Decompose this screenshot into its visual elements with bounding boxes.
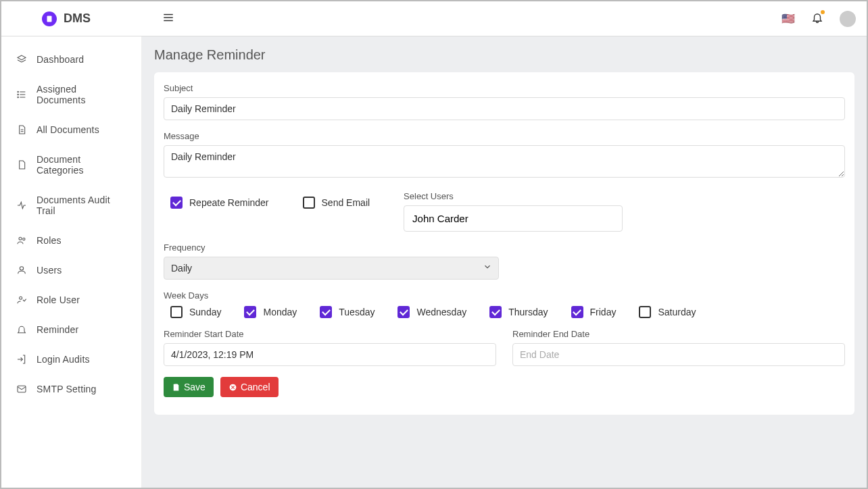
cancel-button[interactable]: Cancel <box>220 377 279 397</box>
activity-icon <box>16 200 27 211</box>
sidebar-item-label: Role User <box>37 294 80 305</box>
sidebar-item-role-user[interactable]: Role User <box>1 285 141 315</box>
brand: DMS <box>1 11 141 26</box>
sidebar-item-label: Dashboard <box>37 54 84 65</box>
svg-point-9 <box>18 94 18 95</box>
checkbox-checked-icon <box>320 306 332 318</box>
frequency-label: Frequency <box>164 242 845 253</box>
svg-rect-18 <box>18 386 26 392</box>
topbar-right: 🇺🇸 <box>781 11 856 27</box>
weekday-friday[interactable]: Friday <box>571 306 617 318</box>
brand-name: DMS <box>64 11 91 26</box>
svg-marker-4 <box>18 55 26 60</box>
user-check-icon <box>16 294 27 305</box>
sidebar-item-label: Login Audits <box>37 354 90 365</box>
weekdays-label: Week Days <box>164 290 845 301</box>
message-label: Message <box>164 131 845 141</box>
svg-rect-19 <box>174 384 177 386</box>
sidebar-item-label: SMTP Setting <box>37 384 97 394</box>
layout: Dashboard Assigned Documents All Documen… <box>1 36 867 488</box>
main: Manage Reminder Subject Message Repeate … <box>142 36 867 488</box>
dates-row: Reminder Start Date Reminder End Date <box>164 329 845 366</box>
start-date-label: Reminder Start Date <box>164 329 496 339</box>
document-icon <box>16 124 27 135</box>
mail-icon <box>16 384 27 394</box>
menu-toggle-icon[interactable] <box>162 11 174 26</box>
svg-point-10 <box>18 97 18 97</box>
reminder-form-card: Subject Message Repeate Reminder Send Em… <box>154 72 854 415</box>
language-flag-icon[interactable]: 🇺🇸 <box>781 12 795 25</box>
sidebar-item-label: All Documents <box>37 124 99 135</box>
sidebar-item-reminder[interactable]: Reminder <box>1 315 141 344</box>
subject-input[interactable] <box>164 97 845 120</box>
brand-logo-icon <box>42 11 57 26</box>
repeat-reminder-checkbox[interactable]: Repeate Reminder <box>170 197 269 209</box>
sidebar-item-label: Assigned Documents <box>37 84 126 105</box>
users-icon <box>16 235 27 246</box>
sidebar-item-users[interactable]: Users <box>1 255 141 285</box>
svg-point-8 <box>18 91 18 92</box>
frequency-select[interactable]: Daily <box>164 257 499 280</box>
checkbox-empty-icon <box>170 306 183 318</box>
start-date-input[interactable] <box>164 343 496 366</box>
checkbox-checked-icon <box>571 306 583 318</box>
actions-row: Save Cancel <box>164 377 845 397</box>
sidebar-item-label: Reminder <box>37 324 78 335</box>
file-icon <box>16 159 27 170</box>
message-row: Message <box>164 131 845 180</box>
sidebar-item-assigned-documents[interactable]: Assigned Documents <box>1 74 141 115</box>
select-users-label: Select Users <box>404 191 623 201</box>
svg-point-15 <box>20 267 23 270</box>
checkbox-checked-icon <box>397 306 410 318</box>
sidebar-item-roles[interactable]: Roles <box>1 226 141 255</box>
start-date-col: Reminder Start Date <box>164 329 496 366</box>
sidebar-item-login-audits[interactable]: Login Audits <box>1 344 141 374</box>
topbar: DMS 🇺🇸 <box>1 1 867 36</box>
subject-label: Subject <box>164 83 845 93</box>
sidebar-item-label: Document Categories <box>37 154 126 176</box>
sidebar-item-audit-trail[interactable]: Documents Audit Trail <box>1 185 141 226</box>
svg-rect-0 <box>47 16 52 22</box>
end-date-input[interactable] <box>512 343 845 366</box>
checkbox-checked-icon <box>170 197 183 209</box>
options-row: Repeate Reminder Send Email Select Users <box>164 191 845 232</box>
select-users-block: Select Users <box>404 191 623 232</box>
save-icon <box>172 383 180 392</box>
page-title: Manage Reminder <box>154 47 854 63</box>
cancel-icon <box>228 383 237 392</box>
weekday-saturday[interactable]: Saturday <box>639 306 696 318</box>
checkbox-checked-icon <box>489 306 502 318</box>
weekdays-row: Week Days Sunday Monday Tuesday Wednesda… <box>164 290 845 318</box>
repeat-label: Repeate Reminder <box>189 197 269 208</box>
sidebar-item-smtp-setting[interactable]: SMTP Setting <box>1 374 141 404</box>
sidebar: Dashboard Assigned Documents All Documen… <box>1 36 142 488</box>
weekday-tuesday[interactable]: Tuesday <box>320 306 375 318</box>
sidebar-item-label: Users <box>37 265 62 276</box>
send-email-checkbox[interactable]: Send Email <box>303 197 370 209</box>
login-icon <box>16 354 27 365</box>
weekday-thursday[interactable]: Thursday <box>489 306 548 318</box>
end-date-col: Reminder End Date <box>512 329 845 366</box>
list-icon <box>16 89 27 100</box>
checkbox-empty-icon <box>303 197 315 209</box>
notification-dot-icon <box>821 10 825 14</box>
end-date-label: Reminder End Date <box>512 329 845 339</box>
message-input[interactable] <box>164 145 845 178</box>
select-users-input[interactable] <box>404 205 623 232</box>
send-email-label: Send Email <box>322 197 370 208</box>
checkbox-empty-icon <box>639 306 651 318</box>
weekday-wednesday[interactable]: Wednesday <box>397 306 466 318</box>
weekday-sunday[interactable]: Sunday <box>170 306 221 318</box>
sidebar-item-document-categories[interactable]: Document Categories <box>1 145 141 185</box>
sidebar-item-all-documents[interactable]: All Documents <box>1 115 141 145</box>
save-button[interactable]: Save <box>164 377 214 397</box>
subject-row: Subject <box>164 83 845 120</box>
svg-point-16 <box>20 297 22 299</box>
sidebar-item-dashboard[interactable]: Dashboard <box>1 45 141 74</box>
frequency-row: Frequency Daily <box>164 242 845 280</box>
svg-point-13 <box>19 237 22 240</box>
weekday-monday[interactable]: Monday <box>244 306 297 318</box>
user-avatar[interactable] <box>840 11 856 27</box>
stack-icon <box>16 54 27 65</box>
notifications-button[interactable] <box>811 11 823 26</box>
